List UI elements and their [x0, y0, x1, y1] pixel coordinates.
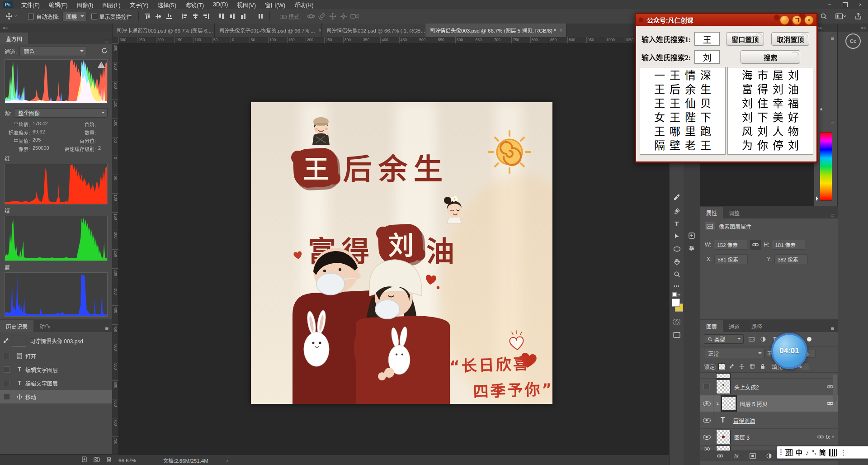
foreground-color-swatch[interactable] — [672, 299, 680, 307]
auto-select-checkbox[interactable] — [28, 14, 34, 19]
menu-item[interactable]: 选择(S) — [153, 0, 181, 9]
layer-name[interactable]: 头上女孩2 — [734, 383, 759, 391]
layer-row-selected[interactable]: ↴ 图层 5 拷贝 — [700, 395, 838, 412]
collapse-panels-icon[interactable]: «« — [3, 25, 8, 30]
tab-paths[interactable]: 路径 — [745, 320, 768, 332]
tab-adjustments[interactable]: 调整 — [723, 207, 745, 218]
auto-select-dropdown[interactable]: 图层 — [62, 12, 87, 21]
link-dimensions-icon[interactable] — [750, 240, 761, 250]
history-source-checkbox[interactable] — [4, 394, 10, 400]
tab-history[interactable]: 历史记录 — [0, 320, 33, 332]
layers-scrollbar[interactable] — [833, 375, 837, 402]
ime-pinyin-icon[interactable]: 拼 — [785, 449, 793, 456]
unpin-window-button[interactable]: 取消置顶 — [771, 32, 809, 46]
ime-drag-handle[interactable] — [780, 449, 782, 456]
search-icon[interactable] — [818, 11, 829, 22]
panel-menu-icon[interactable]: ≡ — [101, 325, 112, 332]
lock-transparency-icon[interactable] — [718, 363, 725, 370]
ime-skin-icon[interactable] — [829, 449, 837, 456]
blend-mode-dropdown[interactable]: 正常 — [704, 349, 764, 358]
menu-item[interactable]: 视图(V) — [232, 0, 260, 9]
source-dropdown[interactable]: 整个图像 — [14, 108, 108, 118]
visibility-toggle[interactable] — [700, 395, 713, 412]
path-selection-tool[interactable] — [671, 231, 682, 242]
search2-input[interactable]: 刘 — [694, 50, 720, 64]
workspace-icon[interactable] — [835, 11, 846, 22]
distribute-bottom-icon[interactable] — [238, 11, 249, 22]
layer-name[interactable]: 图层 3 — [734, 433, 750, 441]
pin-window-button[interactable]: 窗口置顶 — [726, 32, 764, 46]
document-tab[interactable]: 司泞卡通谐音001.psd @ 66.7% (图层 6,... × — [112, 24, 215, 37]
layer-thumbnail[interactable] — [716, 380, 731, 394]
refresh-icon[interactable] — [101, 47, 108, 55]
new-snapshot-icon[interactable] — [94, 457, 100, 463]
menu-item[interactable]: 文字(Y) — [125, 0, 153, 9]
plugin-minimize-button[interactable]: ─ — [780, 15, 789, 25]
ime-punctuation-icon[interactable]: °, — [812, 450, 816, 455]
layer-name[interactable]: 富得刘油 — [733, 417, 755, 424]
status-chevron-icon[interactable]: › — [226, 458, 228, 463]
y-field[interactable]: 382 像素 — [774, 254, 808, 264]
canvas-artwork[interactable]: 王 后余生 富得 — [251, 102, 552, 404]
show-transform-checkbox[interactable] — [91, 14, 97, 19]
width-field[interactable]: 152 像素 — [714, 240, 747, 250]
tab-close-icon[interactable]: × — [319, 28, 321, 33]
tab-histogram[interactable]: 直方图 — [0, 33, 28, 44]
ime-shape-icon[interactable]: ♪ — [806, 449, 809, 456]
layer-filter-dropdown[interactable]: 类型 — [704, 334, 744, 344]
menu-item[interactable]: 3D(D) — [208, 0, 232, 9]
warning-icon[interactable] — [98, 62, 105, 68]
share-icon[interactable] — [853, 11, 863, 22]
hand-tool[interactable] — [671, 256, 682, 267]
window-close-button[interactable]: × — [853, 0, 868, 9]
search1-input[interactable]: 王 — [694, 32, 720, 46]
panel-menu-icon[interactable]: ≡ — [830, 35, 834, 42]
ime-more-icon[interactable]: ⋮ — [840, 449, 847, 456]
history-source-checkbox[interactable] — [4, 366, 10, 373]
layer-name[interactable]: 图层 5 拷贝 — [740, 400, 767, 408]
plugin-result-row[interactable]: 隔壁老王 — [640, 138, 725, 152]
plugin-result-row[interactable]: 海市屋刘 — [728, 67, 813, 81]
layer-thumbnail[interactable] — [716, 430, 731, 444]
new-document-from-state-icon[interactable] — [81, 456, 87, 464]
move-tool-icon[interactable] — [4, 11, 14, 22]
align-vcenter-icon[interactable] — [153, 11, 164, 22]
plugin-close-button[interactable]: × — [804, 15, 814, 25]
panel-menu-icon[interactable]: ≡ — [830, 119, 834, 125]
history-source-checkbox[interactable] — [4, 353, 10, 359]
history-entry-selected[interactable]: 移动 — [0, 390, 112, 403]
tab-actions[interactable]: 动作 — [33, 320, 56, 332]
plugin-result-row[interactable]: 富得刘油 — [728, 81, 813, 95]
type-tool[interactable]: T — [671, 218, 682, 229]
shape-tool[interactable] — [671, 243, 682, 254]
plugin-result-row[interactable]: 刘下美好 — [728, 109, 813, 123]
document-tab-active[interactable]: 司泞情侣头像003.psd @ 66.7% (图层 5 拷贝, RGB/8) *… — [425, 24, 566, 37]
new-adjustment-layer-icon[interactable] — [764, 452, 774, 460]
align-bottom-icon[interactable] — [164, 11, 175, 22]
align-left-icon[interactable] — [179, 11, 190, 22]
edit-toolbar-icon[interactable]: ••• — [671, 280, 682, 291]
lock-all-icon[interactable] — [759, 363, 767, 370]
menu-item[interactable]: 文件(F) — [17, 0, 44, 9]
delete-icon[interactable] — [106, 456, 112, 464]
menu-item[interactable]: 帮助(H) — [290, 0, 318, 9]
default-colors-icon[interactable] — [672, 292, 677, 297]
history-entry[interactable]: T 编辑文字图层 — [0, 363, 112, 376]
pen-tool[interactable] — [671, 205, 682, 216]
plugin-result-row[interactable]: 胜者为王 — [640, 152, 725, 155]
plugin-restore-button[interactable] — [792, 15, 802, 25]
align-hcenter-icon[interactable] — [190, 11, 201, 22]
distribute-horizontal-icon[interactable] — [255, 11, 266, 22]
eyedropper-tool[interactable] — [671, 192, 682, 203]
visibility-toggle[interactable] — [700, 412, 713, 428]
filter-adjustment-layers-icon[interactable] — [759, 336, 767, 343]
distribute-vcenter-icon[interactable] — [227, 11, 238, 22]
window-maximize-button[interactable] — [837, 0, 853, 9]
plugin-result-row[interactable]: 王哪里跑 — [640, 123, 725, 138]
visibility-toggle[interactable] — [700, 379, 713, 395]
screen-mode-icon[interactable] — [671, 329, 682, 340]
plugin-result-row[interactable]: 刘刘大顺 — [728, 152, 813, 155]
swap-colors-icon[interactable]: ⇄ — [677, 293, 681, 298]
history-entry[interactable]: 打开 — [0, 349, 112, 363]
ime-chinese-mode-icon[interactable]: 中 — [796, 449, 802, 456]
